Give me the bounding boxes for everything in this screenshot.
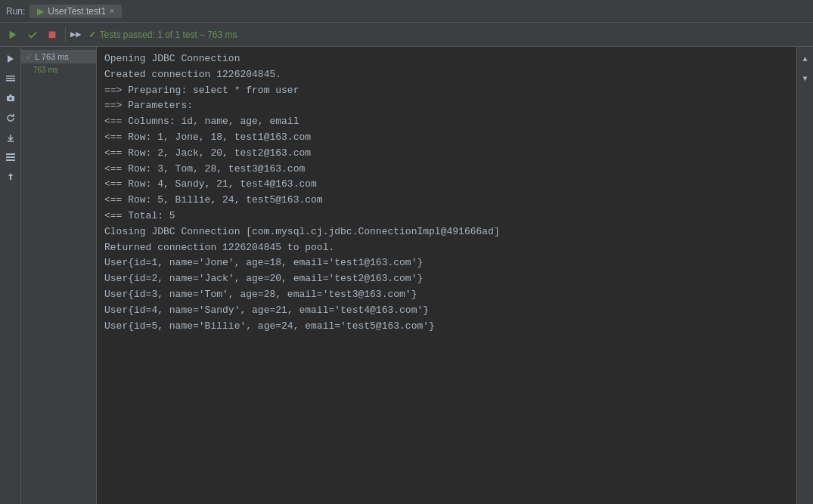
console-line: ==> Preparing: select * from user (104, 83, 789, 99)
sidebar-list-icon[interactable] (2, 148, 20, 166)
scroll-up-icon[interactable]: ▲ (796, 50, 814, 68)
run-label: Run: (6, 6, 25, 17)
right-gutter: ▲ ▼ (796, 47, 813, 504)
svg-rect-3 (6, 76, 15, 77)
tab-label: UserTest.test1 (48, 6, 106, 17)
console-line: ==> Parameters: (104, 98, 789, 114)
sidebar-run-icon[interactable] (2, 50, 20, 68)
svg-rect-11 (6, 156, 15, 158)
sidebar-refresh-icon[interactable] (2, 109, 20, 127)
sidebar-pin-icon[interactable] (2, 168, 20, 186)
console-line: <== Row: 2, Jack, 20, test2@163.com (104, 146, 789, 162)
console-line: User{id=5, name='Billie', age=24, email=… (104, 319, 789, 335)
svg-rect-1 (49, 31, 56, 38)
console-line: <== Columns: id, name, age, email (104, 114, 789, 130)
sidebar-import-icon[interactable] (2, 128, 20, 147)
top-tab-bar: Run: ▶ UserTest.test1 × (0, 0, 813, 23)
console-line: User{id=2, name='Jack', age=20, email='t… (104, 271, 789, 287)
console-line: Returned connection 1226204845 to pool. (104, 240, 789, 256)
console-output[interactable]: Opening JDBC ConnectionCreated connectio… (97, 47, 796, 504)
console-line: User{id=3, name='Tom', age=28, email='te… (104, 287, 789, 303)
svg-rect-10 (6, 153, 15, 155)
tree-item-root[interactable]: ✓ L 763 ms (21, 50, 96, 63)
console-line: <== Row: 3, Tom, 28, test3@163.com (104, 162, 789, 178)
run-toolbar: ▶▶ ✓ Tests passed: 1 of 1 test – 763 ms (0, 23, 813, 47)
svg-marker-2 (8, 55, 14, 63)
console-line: User{id=1, name='Jone', age=18, email='t… (104, 255, 789, 271)
tree-item-label: L 763 ms (35, 52, 69, 61)
console-line: <== Total: 5 (104, 209, 789, 224)
check-button[interactable] (24, 26, 41, 43)
tab-close-icon[interactable]: × (110, 7, 114, 15)
console-line: <== Row: 1, Jone, 18, test1@163.com (104, 130, 789, 146)
svg-rect-4 (6, 78, 15, 79)
svg-marker-0 (10, 30, 17, 39)
test-tree-panel: ✓ L 763 ms 763 ms (21, 47, 97, 504)
sidebar-menu-icon[interactable] (2, 70, 20, 88)
toolbar-separator (65, 27, 66, 42)
console-line: <== Row: 5, Billie, 24, test5@163.com (104, 193, 789, 209)
test-status: ✓ Tests passed: 1 of 1 test – 763 ms (88, 29, 237, 40)
tree-pass-icon: ✓ (26, 53, 32, 61)
test-status-text: Tests passed: 1 of 1 test – 763 ms (99, 29, 237, 40)
status-check-icon: ✓ (88, 29, 96, 40)
svg-marker-8 (9, 94, 12, 96)
svg-rect-5 (6, 80, 15, 82)
scroll-down-icon[interactable]: ▼ (796, 70, 814, 88)
toolbar-arrow-icon: ▶▶ (70, 29, 81, 40)
main-area: ✓ L 763 ms 763 ms Opening JDBC Connectio… (0, 47, 813, 504)
tab-play-icon: ▶ (37, 6, 44, 17)
svg-point-7 (9, 97, 12, 100)
test-tab[interactable]: ▶ UserTest.test1 × (29, 5, 122, 18)
tree-item-time: 763 ms (33, 66, 58, 74)
console-line: User{id=4, name='Sandy', age=21, email='… (104, 303, 789, 319)
console-line: <== Row: 4, Sandy, 21, test4@163.com (104, 177, 789, 193)
console-line: Opening JDBC Connection (104, 51, 789, 67)
console-line: Created connection 1226204845. (104, 67, 789, 83)
tree-item-sub[interactable]: 763 ms (21, 63, 96, 76)
sidebar-camera-icon[interactable] (2, 89, 20, 107)
console-line: Closing JDBC Connection [com.mysql.cj.jd… (104, 224, 789, 240)
stop-button[interactable] (44, 26, 61, 43)
svg-rect-12 (6, 159, 15, 161)
run-button[interactable] (5, 26, 21, 43)
left-sidebar (0, 47, 21, 504)
